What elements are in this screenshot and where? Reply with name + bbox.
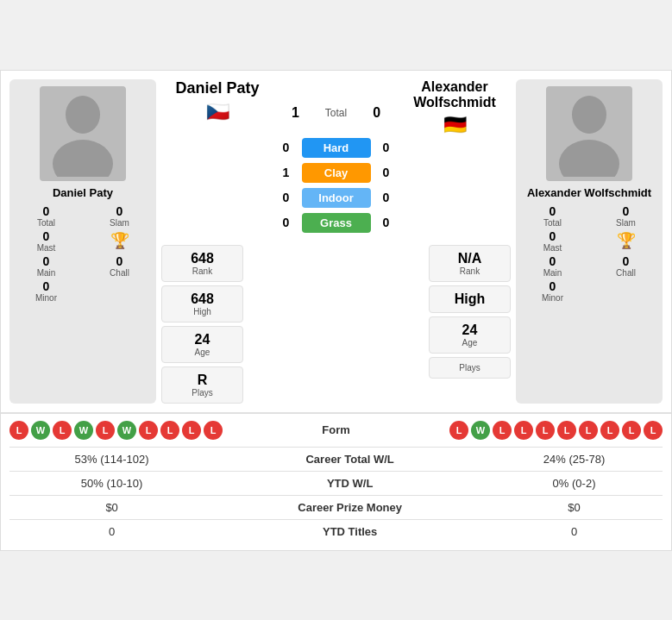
surface-row-indoor: 0 Indoor 0 — [279, 188, 393, 208]
surface-btn-clay[interactable]: Clay — [302, 163, 371, 183]
player1-mast-label: Mast — [37, 243, 56, 253]
form-badge: W — [31, 421, 50, 440]
player1-rank-value: 648 — [166, 251, 239, 266]
player2-flag: 🇩🇪 — [443, 114, 467, 136]
player1-total-value: 0 — [43, 204, 50, 218]
total-label: Total — [325, 107, 347, 119]
form-badge: L — [514, 421, 533, 440]
surface-p2-num: 0 — [380, 191, 393, 204]
form-badge: W — [74, 421, 93, 440]
player2-info-boxes: N/A Rank High 24 Age Plays — [429, 245, 511, 379]
stat-p1-value: 0 — [9, 519, 214, 543]
surface-row-hard: 0 Hard 0 — [279, 138, 393, 158]
player1-flag: 🇨🇿 — [206, 101, 229, 123]
player1-mast-value: 0 — [43, 229, 50, 243]
form-badge: L — [9, 421, 28, 440]
player2-minor-cell: 0 Minor — [521, 279, 584, 303]
player1-chall-cell: 0 Chall — [88, 254, 151, 278]
player2-mast-label: Mast — [543, 243, 562, 253]
surface-btn-indoor[interactable]: Indoor — [302, 188, 371, 208]
player1-age-box: 24 Age — [161, 326, 243, 363]
stat-p1-value: 50% (10-10) — [9, 471, 214, 495]
player2-main-label: Main — [543, 268, 562, 278]
player2-chall-cell: 0 Chall — [594, 254, 657, 278]
player1-high-box: 648 High — [161, 285, 243, 323]
surface-btn-hard[interactable]: Hard — [302, 138, 371, 158]
form-badge: L — [182, 421, 201, 440]
player2-rank-box: N/A Rank — [429, 245, 511, 282]
stats-row: 53% (114-102) Career Total W/L 24% (25-7… — [9, 447, 663, 471]
player2-avatar — [546, 86, 632, 181]
stat-p2-value: 0 — [486, 519, 663, 543]
player1-stats: 0 Total 0 Slam 0 Mast 🏆 0 Main 0 — [15, 204, 151, 303]
player2-minor-value: 0 — [550, 279, 556, 293]
player2-rank-label: Rank — [433, 266, 506, 276]
surface-p2-num: 0 — [380, 216, 393, 229]
player2-minor-label: Minor — [542, 293, 563, 303]
player1-total-cell: 0 Total — [15, 204, 78, 228]
player1-minor-value: 0 — [43, 279, 50, 293]
bottom-section: LWLWLWLLLL Form LWLLLLLLLL 53% (114-102)… — [1, 412, 671, 550]
player2-chall-label: Chall — [616, 268, 636, 278]
player1-age-value: 24 — [166, 332, 239, 348]
form-row: LWLWLWLLLL Form LWLLLLLLLL — [9, 421, 663, 440]
form-badge: W — [471, 421, 490, 440]
player1-main-label: Main — [37, 268, 56, 278]
player2-total-label: Total — [543, 218, 562, 228]
svg-point-3 — [559, 140, 619, 177]
player1-main-value: 0 — [43, 254, 50, 268]
surface-p1-num: 0 — [279, 141, 293, 154]
player2-mast-value: 0 — [550, 229, 556, 243]
surface-btn-grass[interactable]: Grass — [302, 213, 371, 233]
player1-rank-box: 648 Rank — [161, 245, 243, 282]
player1-main-cell: 0 Main — [15, 254, 78, 278]
form-badge: W — [117, 421, 136, 440]
stat-label: YTD W/L — [214, 471, 486, 495]
player1-plays-box: R Plays — [161, 366, 243, 404]
p2-total-num: 0 — [373, 105, 380, 121]
surface-row-grass: 0 Grass 0 — [279, 213, 393, 233]
form-badge: L — [579, 421, 598, 440]
player2-slam-label: Slam — [616, 218, 636, 228]
player1-rank-label: Rank — [166, 266, 239, 276]
trophy-icon-2: 🏆 — [594, 229, 657, 253]
surface-p2-num: 0 — [380, 141, 393, 154]
player1-plays-label: Plays — [166, 388, 239, 398]
player2-slam-value: 0 — [623, 204, 630, 218]
player1-chall-label: Chall — [110, 268, 129, 278]
stats-row: 0 YTD Titles 0 — [9, 519, 663, 543]
player2-total-cell: 0 Total — [521, 204, 584, 228]
player2-mast-cell: 0 Mast — [521, 229, 584, 253]
svg-point-0 — [66, 96, 100, 134]
player2-main-cell: 0 Main — [521, 254, 584, 278]
player1-slam-label: Slam — [110, 218, 129, 228]
player1-slam-value: 0 — [116, 204, 123, 218]
form-badge: L — [644, 421, 663, 440]
player1-minor-label: Minor — [35, 293, 57, 303]
player1-chall-value: 0 — [116, 254, 123, 268]
player1-avatar — [40, 86, 126, 181]
player2-plays-box: Plays — [429, 357, 511, 379]
form-badge: L — [204, 421, 223, 440]
stats-row: $0 Career Prize Money $0 — [9, 495, 663, 519]
svg-point-1 — [53, 140, 113, 177]
stat-p2-value: 0% (0-2) — [486, 471, 663, 495]
form-badge: L — [557, 421, 576, 440]
surface-p2-num: 0 — [380, 166, 393, 179]
player1-plays-value: R — [166, 373, 239, 388]
form-label: Form — [322, 423, 350, 436]
stat-label: Career Prize Money — [214, 495, 486, 519]
trophy-icon: 🏆 — [88, 229, 151, 253]
player1-mast-cell: 0 Mast — [15, 229, 78, 253]
player1-form-badges: LWLWLWLLLL — [9, 421, 223, 440]
top-section: Daniel Paty 0 Total 0 Slam 0 Mast 🏆 0 Ma… — [1, 71, 671, 412]
player2-slam-cell: 0 Slam — [594, 204, 657, 228]
surface-p1-num: 1 — [279, 166, 293, 179]
player1-name: Daniel Paty — [53, 186, 113, 199]
player2-high-box: High — [429, 285, 511, 313]
form-badge: L — [622, 421, 641, 440]
player1-info-boxes: 648 Rank 648 High 24 Age R Plays — [161, 245, 243, 404]
p1-total-num: 1 — [292, 105, 299, 121]
stat-p1-value: $0 — [9, 495, 214, 519]
player1-minor-cell: 0 Minor — [15, 279, 78, 303]
